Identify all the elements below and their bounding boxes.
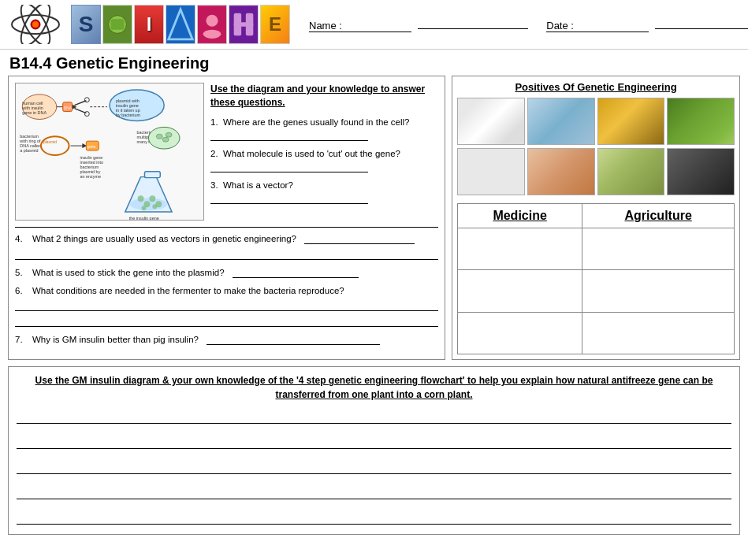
med-cell-2[interactable] (458, 270, 582, 312)
q5-num: 5. (15, 268, 28, 277)
table-row (458, 228, 735, 270)
q7-num: 7. (15, 335, 28, 344)
svg-text:by bacterium: by bacterium (116, 113, 141, 117)
med-cell-3[interactable] (458, 312, 582, 354)
q1-text: Where are the genes usually found in the… (223, 117, 410, 127)
svg-point-12 (203, 30, 221, 39)
q2-num: 2. (210, 149, 218, 158)
svg-text:plasmid: plasmid (43, 140, 57, 144)
q7-text: Why is GM insulin better than pig insuli… (32, 335, 199, 344)
image-hands (527, 148, 595, 195)
svg-point-4 (32, 21, 39, 28)
agri-cell-2[interactable] (582, 270, 735, 312)
svg-text:the insulin gene: the insulin gene (129, 216, 159, 220)
lower-questions: 4. What 2 things are usually used as vec… (15, 234, 438, 345)
image-grass (597, 148, 665, 195)
col-agriculture: Agriculture (582, 204, 735, 228)
science-tile-n (197, 5, 227, 44)
table-row (458, 312, 735, 354)
svg-rect-16 (234, 22, 254, 27)
q3-num: 3. (210, 180, 218, 190)
svg-point-59 (138, 195, 144, 202)
q5-text: What is used to stick the gene into the … (32, 268, 225, 277)
image-empty-1 (457, 148, 525, 195)
name-label: Name : (309, 20, 411, 32)
instruction-text: Use the diagram and your knowledge to an… (210, 83, 438, 109)
svg-text:gene in DNA: gene in DNA (22, 110, 47, 115)
svg-point-61 (149, 195, 155, 202)
q4-num: 4. (15, 234, 28, 243)
q4-text: What 2 things are usually used as vector… (32, 234, 296, 243)
svg-point-64 (152, 204, 157, 209)
q2-text: What molecule is used to 'cut' out the g… (223, 149, 400, 158)
q6-line1 (15, 300, 438, 311)
table-row (458, 270, 735, 312)
science-tile-s: S (71, 5, 101, 44)
q5-answer[interactable] (233, 268, 359, 278)
q6-text: What conditions are needed in the fermen… (32, 286, 344, 295)
image-injection (527, 98, 595, 145)
section-divider (15, 227, 438, 228)
bottom-instruction: Use the GM insulin diagram & your own kn… (17, 373, 731, 402)
q1-answer[interactable] (210, 131, 368, 141)
q6-line2 (15, 316, 438, 327)
science-tile-e (166, 5, 195, 44)
left-top: human cell with insulin gene in DNA DNA … (15, 83, 438, 221)
image-field (667, 98, 735, 145)
name-field[interactable] (418, 17, 528, 29)
svg-point-54 (162, 137, 169, 142)
science-tile-e2: E (260, 5, 290, 44)
question-3: 3. What is a vector? (210, 179, 438, 204)
images-row-1 (457, 98, 735, 145)
q6-num: 6. (15, 286, 28, 295)
q2-answer[interactable] (210, 162, 368, 172)
svg-point-55 (166, 132, 172, 137)
med-cell-1[interactable] (458, 228, 582, 270)
bottom-section: Use the GM insulin diagram & your own kn… (8, 366, 740, 535)
question-5: 5. What is used to stick the gene into t… (15, 268, 438, 278)
q1-num: 1. (210, 117, 218, 127)
agri-cell-1[interactable] (582, 228, 735, 270)
write-line-3[interactable] (17, 463, 731, 474)
positives-title: Positives Of Genetic Engineering (457, 81, 735, 93)
svg-point-11 (206, 15, 218, 27)
write-line-4[interactable] (17, 488, 731, 499)
question-6: 6. What conditions are needed in the fer… (15, 286, 438, 327)
q4-answer-1[interactable] (304, 234, 415, 244)
svg-rect-57 (144, 172, 160, 178)
q7-answer[interactable] (207, 335, 380, 345)
svg-text:an enzyme: an enzyme (80, 174, 101, 179)
question-2: 2. What molecule is used to 'cut' out th… (210, 147, 438, 172)
images-row-2 (457, 148, 735, 195)
left-panel: human cell with insulin gene in DNA DNA … (8, 76, 445, 360)
date-field[interactable] (655, 17, 748, 29)
col-medicine: Medicine (458, 204, 582, 228)
svg-text:a plasmid: a plasmid (20, 148, 38, 153)
med-agri-table: Medicine Agriculture (457, 203, 735, 354)
image-white-mouse (457, 98, 525, 145)
agri-cell-3[interactable] (582, 312, 735, 354)
q3-answer[interactable] (210, 194, 368, 204)
atom-logo (8, 5, 63, 44)
write-line-1[interactable] (17, 413, 731, 424)
date-label: Date : (546, 20, 649, 32)
write-line-5[interactable] (17, 514, 731, 525)
svg-text:DNA: DNA (64, 106, 73, 110)
write-line-2[interactable] (17, 438, 731, 449)
name-date-fields: Name : Date : (306, 17, 748, 32)
diagram-box: human cell with insulin gene in DNA DNA … (15, 83, 204, 221)
science-tile-c (102, 5, 132, 44)
science-tile-i: I (134, 5, 164, 44)
question-4: 4. What 2 things are usually used as vec… (15, 234, 438, 260)
main-content: human cell with insulin gene in DNA DNA … (0, 76, 748, 360)
page-title: B14.4 Genetic Engineering (0, 50, 748, 76)
image-corn (597, 98, 665, 145)
svg-point-63 (142, 206, 147, 210)
svg-rect-7 (110, 19, 124, 29)
right-panel: Positives Of Genetic Engineering (452, 76, 740, 360)
q4-line2 (15, 249, 438, 260)
question-7: 7. Why is GM insulin better than pig ins… (15, 335, 438, 345)
svg-text:gene: gene (87, 145, 95, 149)
table-section: Medicine Agriculture (457, 200, 735, 354)
writing-lines (17, 410, 731, 528)
